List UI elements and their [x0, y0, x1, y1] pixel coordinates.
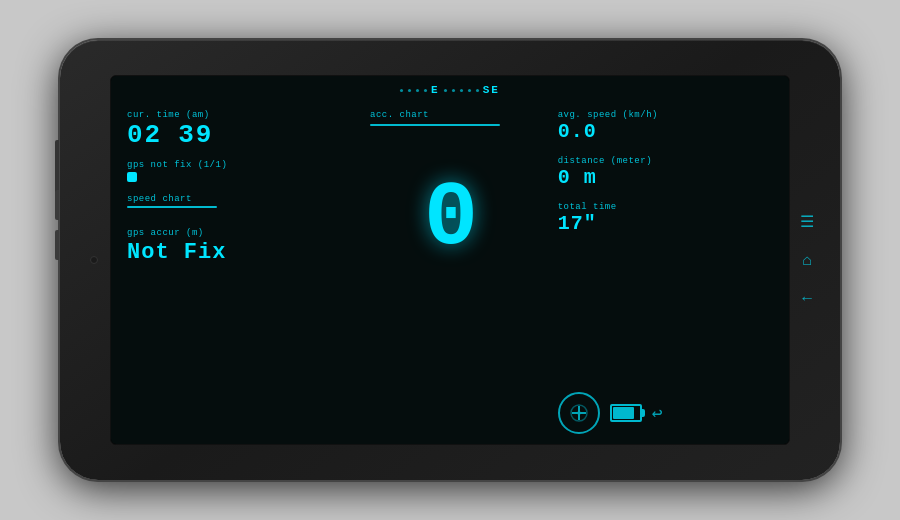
- speed-value: 0: [424, 174, 476, 264]
- phone-device: E SE Cur. time (AM) 02 39: [60, 40, 840, 480]
- nav-buttons: ☰ ⌂ ←: [800, 212, 814, 308]
- distance-label: distance (meter): [558, 156, 773, 166]
- time-minutes: 39: [178, 122, 213, 148]
- phone-screen: E SE Cur. time (AM) 02 39: [110, 75, 790, 445]
- acc-chart-label: acc. chart: [370, 110, 530, 120]
- menu-icon[interactable]: ☰: [800, 212, 814, 232]
- gps-fix-block: gps not fix (1/1): [127, 160, 342, 182]
- speed-chart-block: speed chart: [127, 194, 342, 208]
- total-time-label: total time: [558, 202, 773, 212]
- camera-dot: [90, 256, 98, 264]
- battery-fill: [613, 407, 634, 419]
- svg-point-3: [577, 411, 581, 415]
- gps-compass-icon: [558, 392, 600, 434]
- compass-southeast: SE: [483, 84, 500, 96]
- current-time-block: Cur. time (AM) 02 39: [127, 110, 342, 148]
- total-time-value: 17": [558, 214, 773, 234]
- svg-point-0: [571, 405, 587, 421]
- avg-speed-value: 0.0: [558, 122, 773, 142]
- battery-icon: [610, 404, 642, 422]
- screen-content: E SE Cur. time (AM) 02 39: [111, 76, 789, 444]
- gps-accur-block: gps accur (M) Not Fix: [127, 228, 342, 265]
- left-column: Cur. time (AM) 02 39 gps not fix (1/1) s…: [127, 90, 342, 434]
- gps-indicator: [127, 172, 137, 182]
- compass-dots-mid: [444, 89, 479, 92]
- compass-svg: [569, 403, 589, 423]
- gps-fix-label: gps not fix (1/1): [127, 160, 342, 170]
- gps-accur-label: gps accur (M): [127, 228, 342, 238]
- back-arrow-icon[interactable]: ↩: [652, 402, 663, 424]
- volume-up-button[interactable]: [55, 190, 59, 220]
- right-column: avg. speed (Km/h) 0.0 distance (meter) 0…: [558, 90, 773, 434]
- back-nav-icon[interactable]: ←: [802, 290, 812, 308]
- speed-chart-label: speed chart: [127, 194, 342, 204]
- speed-chart-line: [127, 206, 217, 208]
- compass-bar: E SE: [250, 84, 650, 96]
- distance-block: distance (meter) 0 m: [558, 156, 773, 188]
- center-column: acc. chart 0: [342, 90, 557, 434]
- avg-speed-label: avg. speed (Km/h): [558, 110, 773, 120]
- avg-speed-block: avg. speed (Km/h) 0.0: [558, 110, 773, 142]
- acc-chart-line: [370, 124, 500, 126]
- acc-chart-block: acc. chart: [370, 110, 530, 126]
- bottom-icons-row: ↩: [558, 392, 773, 434]
- gps-accur-value: Not Fix: [127, 240, 342, 265]
- compass-east: E: [431, 84, 440, 96]
- volume-down-button[interactable]: [55, 230, 59, 260]
- compass-dots-left: [400, 89, 427, 92]
- time-hours: 02: [127, 122, 162, 148]
- home-icon[interactable]: ⌂: [802, 252, 812, 270]
- distance-value: 0 m: [558, 168, 773, 188]
- time-row: 02 39: [127, 122, 342, 148]
- total-time-block: total time 17": [558, 202, 773, 234]
- cur-time-label: Cur. time (AM): [127, 110, 342, 120]
